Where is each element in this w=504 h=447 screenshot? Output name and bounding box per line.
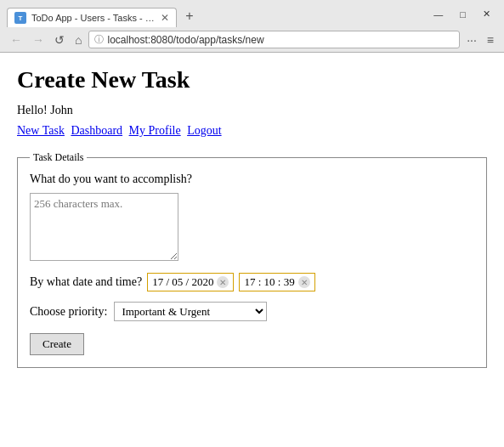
task-question-label: What do you want to accomplish? xyxy=(30,173,474,186)
priority-select[interactable]: Important & Urgent Important & Not Urgen… xyxy=(114,302,267,321)
fieldset-legend: Task Details xyxy=(30,151,87,164)
address-text: localhost:8080/todo/app/tasks/new xyxy=(107,34,263,46)
tab-close-icon[interactable]: ✕ xyxy=(161,12,169,24)
create-button[interactable]: Create xyxy=(30,333,84,355)
task-details-fieldset: Task Details What do you want to accompl… xyxy=(17,151,487,368)
nav-logout[interactable]: Logout xyxy=(187,124,221,138)
time-value: 17 : 10 : 39 xyxy=(244,275,294,289)
time-clear-button[interactable]: ✕ xyxy=(298,276,310,288)
priority-label: Choose priority: xyxy=(30,305,107,319)
date-input[interactable]: 17 / 05 / 2020 ✕ xyxy=(147,273,234,291)
page-content: Create New Task Hello! John New Task Das… xyxy=(0,53,504,447)
page-title: Create New Task xyxy=(17,66,487,93)
address-lock-icon: ⓘ xyxy=(94,33,104,46)
tab-favicon: T xyxy=(14,12,26,24)
task-description-textarea[interactable] xyxy=(30,193,178,261)
date-label: By what date and time? xyxy=(30,275,142,289)
date-row: By what date and time? 17 / 05 / 2020 ✕ … xyxy=(30,273,474,291)
nav-my-profile[interactable]: My Profile xyxy=(129,124,181,138)
window-minimize-button[interactable]: — xyxy=(427,8,450,21)
window-restore-button[interactable]: □ xyxy=(453,8,473,21)
nav-refresh-button[interactable]: ↺ xyxy=(51,31,68,48)
new-tab-button[interactable]: + xyxy=(178,5,201,27)
nav-new-task[interactable]: New Task xyxy=(17,124,65,138)
nav-back-button[interactable]: ← xyxy=(7,31,25,48)
time-input[interactable]: 17 : 10 : 39 ✕ xyxy=(239,273,314,291)
nav-home-button[interactable]: ⌂ xyxy=(71,31,85,48)
nav-links: New Task Dashboard My Profile Logout xyxy=(17,124,487,138)
nav-dashboard[interactable]: Dashboard xyxy=(71,124,122,138)
date-value: 17 / 05 / 2020 xyxy=(152,275,213,289)
window-close-button[interactable]: ✕ xyxy=(476,7,497,21)
address-bar[interactable]: ⓘ localhost:8080/todo/app/tasks/new xyxy=(88,31,460,48)
browser-menu-button[interactable]: ≡ xyxy=(484,31,497,48)
greeting-text: Hello! John xyxy=(17,104,487,117)
priority-row: Choose priority: Important & Urgent Impo… xyxy=(30,302,474,321)
browser-more-button[interactable]: ··· xyxy=(463,31,480,48)
date-clear-button[interactable]: ✕ xyxy=(217,276,229,288)
browser-tab[interactable]: T ToDo App - Users - Tasks - New ✕ xyxy=(7,8,177,27)
nav-forward-button[interactable]: → xyxy=(29,31,48,48)
tab-title: ToDo App - Users - Tasks - New xyxy=(31,13,156,23)
